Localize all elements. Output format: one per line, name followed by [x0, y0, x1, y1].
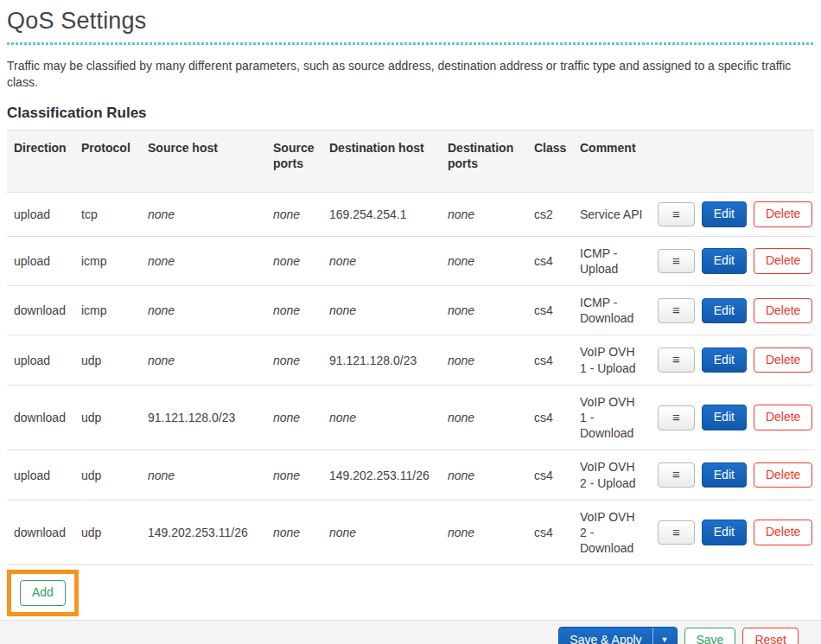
save-apply-button[interactable]: Save & Apply	[559, 628, 652, 644]
drag-handle-icon: ≡	[672, 253, 680, 268]
save-apply-split-button: Save & Apply ▼	[558, 627, 677, 644]
delete-button[interactable]: Delete	[754, 462, 812, 488]
cell-direction: upload	[7, 193, 74, 237]
cell-destination-host: none	[322, 236, 441, 285]
header-source-host: Source host	[141, 131, 266, 193]
table-row: upload udp none none 91.121.128.0/23 non…	[7, 335, 814, 385]
cell-direction: download	[7, 500, 74, 565]
cell-destination-host: none	[322, 385, 441, 450]
header-class: Class	[527, 131, 573, 193]
delete-button[interactable]: Delete	[754, 520, 812, 545]
header-direction: Direction	[7, 131, 74, 193]
cell-destination-host: 149.202.253.11/26	[322, 450, 441, 500]
cell-destination-host: 169.254.254.1	[322, 193, 441, 237]
edit-button[interactable]: Edit	[702, 248, 747, 274]
reorder-button[interactable]: ≡	[658, 405, 695, 430]
cell-protocol: icmp	[74, 286, 141, 335]
reorder-button[interactable]: ≡	[658, 249, 695, 274]
delete-button[interactable]: Delete	[754, 248, 812, 274]
cell-destination-host: none	[322, 286, 441, 335]
cell-protocol: udp	[74, 450, 141, 500]
cell-class: cs4	[527, 236, 573, 285]
cell-source-host: none	[141, 450, 266, 500]
edit-button[interactable]: Edit	[702, 298, 747, 324]
table-row: upload tcp none none 169.254.254.1 none …	[7, 193, 814, 237]
edit-button[interactable]: Edit	[702, 520, 747, 545]
reorder-button[interactable]: ≡	[658, 202, 695, 227]
cell-source-ports: none	[266, 286, 322, 335]
drag-handle-icon: ≡	[672, 410, 680, 424]
reset-button[interactable]: Reset	[742, 628, 799, 644]
table-row: download udp 91.121.128.0/23 none none n…	[7, 385, 814, 450]
cell-class: cs4	[527, 335, 573, 385]
reorder-button[interactable]: ≡	[658, 462, 695, 488]
save-button[interactable]: Save	[684, 628, 736, 644]
reorder-button[interactable]: ≡	[658, 298, 695, 323]
cell-class: cs2	[527, 193, 573, 237]
cell-protocol: tcp	[74, 193, 141, 237]
cell-actions: ≡ Edit Delete	[651, 193, 814, 237]
header-destination-host: Destination host	[322, 131, 441, 193]
header-source-ports: Source ports	[266, 131, 322, 193]
cell-comment: ICMP - Download	[573, 286, 651, 335]
table-row: upload icmp none none none none cs4 ICMP…	[7, 236, 814, 285]
cell-class: cs4	[527, 286, 573, 335]
delete-button[interactable]: Delete	[754, 298, 812, 324]
cell-destination-host: 91.121.128.0/23	[322, 335, 441, 385]
cell-source-ports: none	[266, 385, 322, 450]
drag-handle-icon: ≡	[672, 303, 680, 317]
cell-direction: download	[7, 286, 74, 335]
reorder-button[interactable]: ≡	[658, 348, 695, 373]
cell-actions: ≡ Edit Delete	[651, 335, 814, 385]
header-protocol: Protocol	[74, 131, 141, 193]
edit-button[interactable]: Edit	[702, 462, 747, 488]
edit-button[interactable]: Edit	[702, 348, 747, 373]
cell-class: cs4	[527, 500, 573, 565]
cell-comment: VoIP OVH 1 - Upload	[573, 335, 651, 385]
header-actions	[651, 131, 814, 193]
reorder-button[interactable]: ≡	[658, 520, 695, 545]
delete-button[interactable]: Delete	[754, 348, 812, 373]
save-apply-dropdown-toggle[interactable]: ▼	[652, 628, 677, 644]
cell-source-host: none	[141, 335, 266, 385]
chevron-down-icon: ▼	[661, 635, 669, 644]
delete-button[interactable]: Delete	[754, 405, 812, 430]
cell-actions: ≡ Edit Delete	[651, 286, 814, 335]
cell-direction: upload	[7, 236, 74, 285]
add-button[interactable]: Add	[20, 580, 66, 606]
cell-source-ports: none	[266, 193, 322, 237]
classification-rules-table: Direction Protocol Source host Source po…	[7, 130, 814, 565]
dotted-divider	[7, 42, 814, 45]
page-title: QoS Settings	[7, 0, 814, 35]
cell-direction: upload	[7, 335, 74, 385]
highlight-box: Add	[7, 570, 79, 616]
cell-comment: VoIP OVH 1 - Download	[573, 385, 651, 450]
cell-source-host: none	[141, 236, 266, 285]
cell-actions: ≡ Edit Delete	[651, 385, 814, 450]
cell-destination-ports: none	[441, 193, 527, 237]
cell-comment: ICMP - Upload	[573, 236, 651, 285]
cell-destination-ports: none	[441, 236, 527, 285]
edit-button[interactable]: Edit	[702, 405, 747, 430]
table-row: download udp 149.202.253.11/26 none none…	[7, 500, 814, 565]
cell-source-host: none	[141, 193, 266, 237]
cell-protocol: udp	[74, 335, 141, 385]
cell-source-ports: none	[266, 450, 322, 500]
cell-direction: download	[7, 385, 74, 450]
edit-button[interactable]: Edit	[702, 201, 747, 227]
cell-protocol: udp	[74, 500, 141, 565]
delete-button[interactable]: Delete	[754, 201, 812, 227]
cell-source-host: 91.121.128.0/23	[141, 385, 266, 450]
intro-text: Traffic may be classified by many differ…	[7, 58, 814, 90]
cell-destination-ports: none	[441, 450, 527, 500]
drag-handle-icon: ≡	[672, 352, 680, 367]
drag-handle-icon: ≡	[672, 207, 680, 221]
cell-destination-ports: none	[441, 286, 527, 335]
cell-comment: VoIP OVH 2 - Upload	[573, 450, 651, 500]
cell-source-ports: none	[266, 500, 322, 565]
cell-destination-ports: none	[441, 335, 527, 385]
cell-source-host: none	[141, 286, 266, 335]
cell-class: cs4	[527, 385, 573, 450]
cell-destination-ports: none	[441, 385, 527, 450]
table-row: upload udp none none 149.202.253.11/26 n…	[7, 450, 814, 500]
